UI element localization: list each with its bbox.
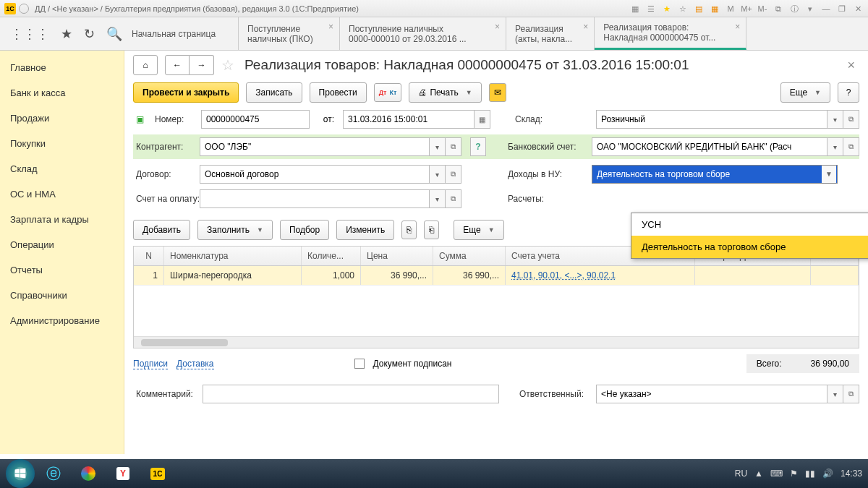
dropdown-icon[interactable]: ▾ xyxy=(430,165,446,184)
sidebar-item-main[interactable]: Главное xyxy=(0,55,124,80)
calendar-icon[interactable]: ▦ xyxy=(709,3,720,14)
tab-start-page[interactable]: Начальная страница xyxy=(123,17,239,50)
close-doc-button[interactable]: × xyxy=(843,58,859,73)
sidebar-item-reports[interactable]: Отчеты xyxy=(0,257,124,283)
warehouse-input[interactable] xyxy=(596,110,827,129)
maximize-button[interactable]: ❐ xyxy=(836,3,848,14)
tab-sales[interactable]: Реализация (акты, накла... × xyxy=(506,17,595,50)
doc-signed-checkbox[interactable] xyxy=(354,359,365,369)
info-icon[interactable]: ⓘ xyxy=(788,3,800,14)
back-button[interactable]: ← xyxy=(165,55,190,75)
add-button[interactable]: Добавить xyxy=(133,220,190,240)
sidebar-item-bank[interactable]: Банк и касса xyxy=(0,80,124,106)
favorite-icon[interactable]: ☆ xyxy=(221,56,234,74)
signatures-link[interactable]: Подписи xyxy=(133,359,168,369)
close-icon[interactable]: × xyxy=(328,22,333,32)
taskbar-ie[interactable]: ⓔ xyxy=(38,462,69,485)
close-window-button[interactable]: ✕ xyxy=(852,3,864,14)
sidebar-item-purchases[interactable]: Покупки xyxy=(0,131,124,156)
taskbar-1c[interactable]: 1C xyxy=(142,462,174,485)
tab-sales-doc[interactable]: Реализация товаров: Накладная 0000000475… xyxy=(595,17,746,50)
home-button[interactable]: ⌂ xyxy=(133,55,158,75)
invoice-input[interactable] xyxy=(200,189,430,208)
scrollbar-thumb[interactable] xyxy=(141,339,228,346)
print-button[interactable]: 🖨Печать▼ xyxy=(409,82,481,103)
star-icon[interactable]: ★ xyxy=(661,3,673,14)
sidebar-item-salary[interactable]: Зарплата и кадры xyxy=(0,207,124,232)
tray-clock[interactable]: 14:33 xyxy=(841,468,862,479)
sidebar-item-admin[interactable]: Администрирование xyxy=(0,308,124,333)
minimize-button[interactable]: — xyxy=(820,3,832,14)
col-qty[interactable]: Количе... xyxy=(302,247,361,265)
dropdown-circle-icon[interactable] xyxy=(19,4,29,14)
calendar-picker-icon[interactable]: ▦ xyxy=(475,110,490,129)
sidebar-item-operations[interactable]: Операции xyxy=(0,232,124,257)
delivery-link[interactable]: Доставка xyxy=(176,359,214,369)
post-and-close-button[interactable]: Провести и закрыть xyxy=(133,82,239,103)
table-more-button[interactable]: Еще▼ xyxy=(454,220,503,240)
dropdown-icon[interactable]: ▾ xyxy=(827,110,843,129)
note-icon[interactable]: ☰ xyxy=(645,3,657,14)
history-icon[interactable]: ↻ xyxy=(84,26,95,42)
change-button[interactable]: Изменить xyxy=(336,220,394,240)
dropdown-icon[interactable]: ▾ xyxy=(430,137,446,156)
sidebar-item-refs[interactable]: Справочники xyxy=(0,283,124,308)
comment-input[interactable] xyxy=(203,385,499,403)
dt-kt-button[interactable]: ДтКт xyxy=(374,83,402,102)
select-button[interactable]: Подбор xyxy=(280,220,329,240)
forward-button[interactable]: → xyxy=(190,55,214,75)
apps-icon[interactable]: ⋮⋮⋮ xyxy=(10,26,49,42)
tray-keyboard-icon[interactable]: ⌨ xyxy=(770,468,783,479)
m-label[interactable]: M xyxy=(725,3,736,14)
horizontal-scrollbar[interactable] xyxy=(134,336,859,348)
income-dropdown[interactable]: Деятельность на торговом сборе ▼ xyxy=(592,165,838,184)
responsible-input[interactable] xyxy=(596,385,827,403)
star-tool-icon[interactable]: ★ xyxy=(61,26,72,42)
contract-input[interactable] xyxy=(200,165,430,184)
close-icon[interactable]: × xyxy=(735,22,740,32)
dropdown-icon[interactable]: ▾ xyxy=(430,189,446,208)
dropdown-icon[interactable]: ▾ xyxy=(827,137,843,156)
search-icon[interactable]: 🔍 xyxy=(106,26,122,42)
bank-input[interactable] xyxy=(592,137,827,156)
col-price[interactable]: Цена xyxy=(361,247,433,265)
sidebar-item-warehouse[interactable]: Склад xyxy=(0,156,124,181)
tray-flag-icon[interactable]: ▲ xyxy=(754,468,763,479)
dropdown-option-trade-levy[interactable]: Деятельность на торговом сборе xyxy=(631,236,868,258)
tab-pko[interactable]: Поступление наличных (ПКО) × xyxy=(239,17,340,50)
taskbar-yandex[interactable]: Y xyxy=(107,462,139,485)
m-plus-label[interactable]: M+ xyxy=(741,3,752,14)
col-sum[interactable]: Сумма xyxy=(433,247,506,265)
write-button[interactable]: Записать xyxy=(246,82,302,103)
copy-button[interactable]: ⎘ xyxy=(401,221,417,239)
number-input[interactable] xyxy=(201,110,310,129)
post-button[interactable]: Провести xyxy=(310,82,367,103)
m-minus-label[interactable]: M- xyxy=(757,3,768,14)
col-nomenclature[interactable]: Номенклатура xyxy=(164,247,302,265)
close-icon[interactable]: × xyxy=(495,22,500,32)
open-icon[interactable]: ⧉ xyxy=(446,189,461,208)
start-button[interactable] xyxy=(6,459,35,488)
email-button[interactable]: ✉ xyxy=(489,83,506,102)
close-icon[interactable]: × xyxy=(583,22,588,32)
tray-action-icon[interactable]: ⚑ xyxy=(790,468,798,479)
fill-button[interactable]: Заполнить▼ xyxy=(197,220,273,240)
sidebar-item-sales[interactable]: Продажи xyxy=(0,106,124,131)
contragent-input[interactable] xyxy=(200,137,430,156)
help-contragent-button[interactable]: ? xyxy=(470,137,486,156)
dropdown-icon[interactable]: ▾ xyxy=(827,385,843,403)
window-icon[interactable]: ⧉ xyxy=(773,3,784,14)
taskbar-chrome[interactable] xyxy=(72,462,104,485)
col-n[interactable]: N xyxy=(134,247,164,265)
info-dropdown-icon[interactable]: ▾ xyxy=(804,3,816,14)
calc-icon[interactable]: ▤ xyxy=(693,3,705,14)
more-button[interactable]: Еще▼ xyxy=(780,82,830,103)
open-icon[interactable]: ⧉ xyxy=(843,385,859,403)
lang-indicator[interactable]: RU xyxy=(735,468,747,479)
paste-button[interactable]: ⎗ xyxy=(424,221,439,239)
tab-cash-receipt[interactable]: Поступление наличных 0000-000010 от 29.0… xyxy=(340,17,506,50)
help-button[interactable]: ? xyxy=(838,82,859,103)
tray-volume-icon[interactable]: 🔊 xyxy=(822,468,833,479)
date-input[interactable] xyxy=(343,110,475,129)
open-icon[interactable]: ⧉ xyxy=(843,137,859,156)
